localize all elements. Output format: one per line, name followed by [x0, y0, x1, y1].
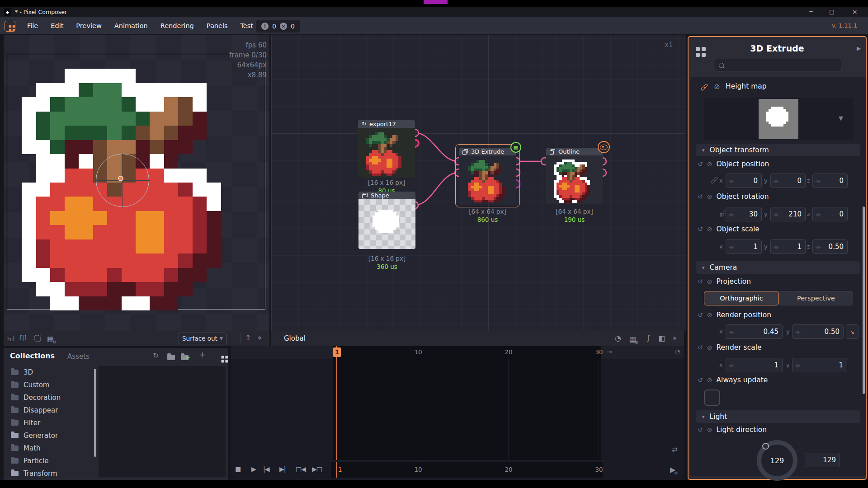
object-rotation-y[interactable]: ◀▶210	[770, 207, 806, 221]
no-anim-icon[interactable]: ⊘	[707, 344, 712, 351]
object-scale-z[interactable]: ◀▶0.50	[812, 239, 848, 254]
timeline-grid-settings-icon[interactable]: ▦⚙	[629, 336, 636, 343]
menu-item[interactable]: Animation	[108, 22, 154, 29]
scrub-bar[interactable]: 1 10 20 30	[331, 462, 603, 478]
loop-mode-icon[interactable]: ◔	[675, 348, 680, 354]
grid-settings-icon[interactable]: ▦⚙	[47, 335, 54, 343]
heightmap-visible-icon[interactable]: ⊘	[714, 83, 720, 90]
refresh-collections-icon[interactable]: ↻	[153, 352, 159, 359]
animation-group-label[interactable]: Global	[284, 334, 306, 343]
object-scale-x[interactable]: ◀▶1	[726, 239, 762, 254]
heightmap-link-icon[interactable]	[701, 84, 708, 91]
folder-item[interactable]: Math	[6, 442, 92, 455]
lock-frame-icon[interactable]: ◱	[7, 334, 14, 342]
menu-item[interactable]: Preview	[70, 22, 108, 29]
preview-gizmo-center[interactable]	[118, 176, 123, 181]
folder-scrollbar[interactable]	[94, 369, 96, 457]
play-button[interactable]: ▶	[251, 465, 256, 473]
collection-content[interactable]	[99, 366, 226, 477]
skip-start-button[interactable]: |◀	[263, 465, 269, 473]
render-scale-y[interactable]: ◀▶1	[792, 358, 847, 372]
position-picker-button[interactable]: ↘	[846, 324, 859, 339]
tab-collections[interactable]: Collections	[10, 352, 55, 360]
reset-icon[interactable]: ↺	[698, 376, 703, 384]
menu-item[interactable]: Edit	[44, 22, 70, 29]
folder-item[interactable]: Transform	[6, 467, 92, 479]
export-icon[interactable]: ↥	[245, 334, 251, 342]
projection-perspective-button[interactable]: Perspective	[779, 291, 853, 305]
object-position-x[interactable]: ◀▶0	[726, 174, 762, 188]
no-anim-icon[interactable]: ⊘	[707, 160, 712, 168]
no-anim-icon[interactable]: ⊘	[707, 278, 712, 285]
reset-icon[interactable]: ↺	[698, 160, 703, 168]
section-light[interactable]: ▾Light	[696, 410, 860, 423]
no-anim-icon[interactable]: ⊘	[707, 376, 712, 384]
axes-link-icon[interactable]	[711, 177, 718, 184]
object-rotation-x[interactable]: ◀▶30	[726, 207, 762, 221]
folder-item[interactable]: Decoration	[6, 391, 92, 404]
timeline-center-icon[interactable]: ⌖	[673, 335, 677, 342]
no-anim-icon[interactable]: ⊘	[707, 311, 712, 319]
prev-keyframe-button[interactable]: □◀	[296, 465, 306, 473]
preview-eye-badge[interactable]	[598, 141, 610, 153]
folder-item[interactable]: 3D	[6, 366, 92, 379]
node-shape-body[interactable]	[359, 199, 415, 249]
search-input[interactable]	[715, 59, 841, 71]
reset-icon[interactable]: ↺	[698, 344, 703, 351]
playback-settings-icon[interactable]: ▶⚙	[670, 466, 675, 474]
node-outline-body[interactable]	[546, 155, 603, 204]
menu-item[interactable]: Panels	[200, 22, 234, 29]
node-export17[interactable]: ↻ export17	[358, 120, 415, 128]
reset-icon[interactable]: ↺	[698, 278, 703, 285]
folder-item[interactable]: Disappear	[6, 404, 92, 417]
always-update-checkbox[interactable]	[704, 389, 720, 406]
playhead[interactable]	[336, 346, 337, 460]
swap-icon[interactable]: ⇄	[672, 446, 678, 453]
onion-skin-icon[interactable]: ◔	[615, 335, 621, 342]
render-scale-x[interactable]: ◀▶1	[726, 358, 783, 372]
node-graph-panel[interactable]: x1 ↻ export17 [16 x 16 px] 80 us Shape […	[271, 35, 686, 331]
object-scale-y[interactable]: ◀▶1	[770, 239, 806, 254]
reset-icon[interactable]: ↺	[698, 311, 703, 319]
timeline-track[interactable]	[333, 346, 601, 460]
split-view-icon[interactable]: [|]	[20, 335, 27, 341]
node-outline[interactable]: Outline	[546, 148, 603, 155]
reset-icon[interactable]: ↺	[698, 225, 703, 233]
add-folder-icon[interactable]: +	[181, 353, 189, 362]
section-camera[interactable]: ▾Camera	[696, 261, 860, 274]
folder-item[interactable]: Custom	[6, 379, 92, 391]
object-rotation-z[interactable]: ◀▶0	[812, 207, 848, 221]
surface-out-dropdown[interactable]: Surface out ▼	[179, 333, 226, 344]
node-extrude[interactable]: 3D Extrude	[459, 148, 516, 155]
minimize-button[interactable]: ─	[801, 7, 821, 17]
node-extrude-body[interactable]	[459, 155, 516, 204]
panel-collapse-chevron[interactable]: ▶	[857, 45, 861, 52]
reset-icon[interactable]: ↺	[698, 426, 703, 433]
maximize-button[interactable]: □	[821, 7, 842, 17]
add-collection-icon[interactable]: +	[199, 351, 206, 359]
menu-item[interactable]: File	[21, 22, 44, 29]
reset-icon[interactable]: ↺	[698, 193, 703, 200]
no-anim-icon[interactable]: ⊘	[707, 426, 712, 433]
heightmap-preview[interactable]: ▼	[704, 98, 853, 140]
frame-bounds-icon[interactable]	[34, 335, 41, 342]
next-keyframe-button[interactable]: ▶□	[312, 465, 322, 473]
center-canvas-icon[interactable]: ⌖	[258, 334, 262, 342]
object-position-y[interactable]: ◀▶0	[770, 174, 806, 188]
folder-item[interactable]: Generator	[6, 429, 92, 442]
inspector-scrollbar[interactable]	[863, 206, 865, 394]
no-anim-icon[interactable]: ⊘	[707, 225, 712, 233]
open-folder-icon[interactable]	[167, 355, 175, 360]
projection-orthographic-button[interactable]: Orthographic	[704, 291, 779, 305]
folder-item[interactable]: Particle	[6, 455, 92, 467]
close-button[interactable]: ×	[842, 7, 867, 17]
render-position-y[interactable]: ◀▶0.50	[792, 324, 844, 339]
render-target-badge[interactable]: ▦	[510, 142, 521, 153]
view-grid-icon[interactable]	[222, 356, 224, 358]
no-anim-icon[interactable]: ⊘	[707, 193, 712, 200]
render-position-x[interactable]: ◀▶0.45	[726, 324, 783, 339]
section-object-transform[interactable]: ▾Object transform	[696, 144, 860, 156]
curve-editor-icon[interactable]: ∫	[646, 334, 650, 342]
dope-sheet-icon[interactable]: ◧	[658, 335, 665, 342]
skip-end-button[interactable]: ▶|	[279, 465, 285, 473]
